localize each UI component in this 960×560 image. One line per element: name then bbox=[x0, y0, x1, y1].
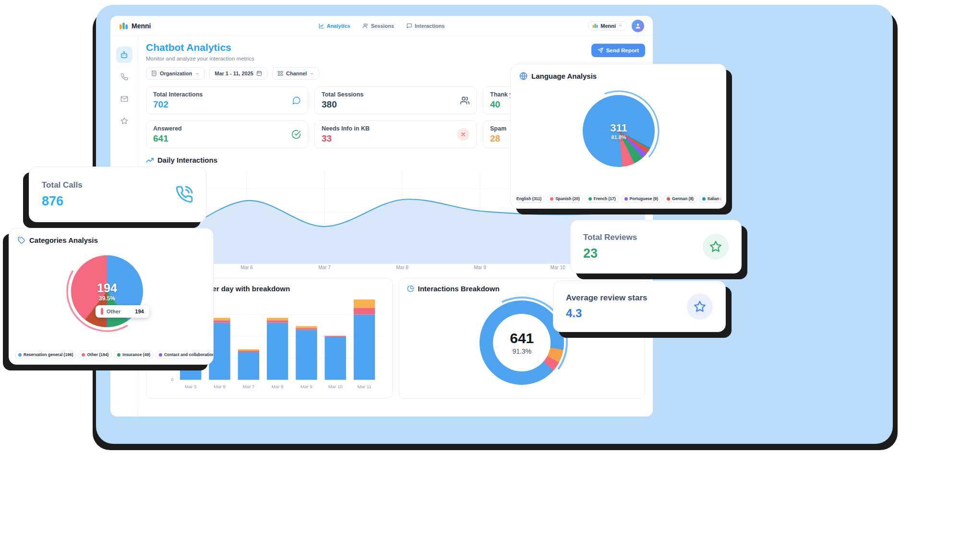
nav-tab-interactions-label: Interactions bbox=[415, 23, 444, 29]
legend-label: Spanish (20) bbox=[555, 196, 580, 201]
x-axis-label: Mar 5 bbox=[185, 384, 197, 389]
building-icon bbox=[151, 71, 157, 76]
legend-item[interactable]: French (17) bbox=[585, 195, 619, 203]
x-axis-label: Mar 10 bbox=[550, 265, 565, 270]
bar-segment-orange[interactable] bbox=[354, 299, 375, 308]
page-subtitle: Monitor and analyze your interaction met… bbox=[146, 56, 254, 61]
send-report-button[interactable]: Send Report bbox=[591, 44, 645, 57]
nav-tab-sessions[interactable]: Sessions bbox=[363, 23, 394, 29]
chevron-down-icon bbox=[618, 24, 623, 28]
language-legend: English (311)Spanish (20)French (17)Port… bbox=[516, 195, 721, 203]
nav-tab-analytics-label: Analytics bbox=[327, 23, 350, 29]
legend-item[interactable]: Portuguese (9) bbox=[621, 195, 662, 203]
legend-item[interactable]: Italian (3) bbox=[699, 195, 721, 203]
sidebar-item-chatbot[interactable] bbox=[116, 47, 132, 63]
bar-segment-orange[interactable] bbox=[267, 318, 288, 320]
legend-label: Portuguese (9) bbox=[630, 196, 659, 201]
users-icon bbox=[460, 96, 469, 105]
legend-item[interactable]: Spanish (20) bbox=[547, 195, 583, 203]
language-analysis-card: Language Analysis 311 81.8% English (311… bbox=[510, 64, 726, 209]
workspace-label: Menni bbox=[600, 23, 616, 29]
donut-chart[interactable]: 641 91.3% bbox=[480, 300, 564, 385]
send-icon bbox=[598, 48, 603, 53]
star-icon bbox=[120, 117, 128, 125]
sessions-icon bbox=[363, 23, 369, 29]
date-range-filter[interactable]: Mar 1 - 11, 2025 bbox=[209, 67, 267, 80]
breakdown-title: Interactions Breakdown bbox=[418, 285, 500, 293]
brand[interactable]: Menni bbox=[119, 22, 151, 30]
legend-dot-icon bbox=[82, 353, 85, 357]
legend-item[interactable]: English (311) bbox=[516, 195, 545, 203]
x-circle-icon bbox=[457, 128, 469, 141]
stat-label: Spam bbox=[490, 125, 506, 132]
brand-name: Menni bbox=[132, 22, 151, 30]
menni-logo-icon bbox=[119, 22, 128, 30]
daily-interactions-title: Daily Interactions bbox=[157, 156, 217, 164]
pie-center-value: 194 bbox=[97, 281, 117, 295]
channel-filter[interactable]: Channel bbox=[272, 67, 319, 80]
bar-segment-blue[interactable] bbox=[325, 337, 346, 380]
bar-segment-pink[interactable] bbox=[325, 336, 346, 337]
x-axis-label: Mar 11 bbox=[357, 384, 371, 389]
nav-tab-interactions[interactable]: Interactions bbox=[407, 23, 444, 29]
stat-value: 33 bbox=[322, 133, 370, 144]
pie-tooltip: Other 194 bbox=[96, 305, 149, 318]
sidebar-item-reviews[interactable] bbox=[116, 113, 132, 129]
phone-call-icon bbox=[175, 185, 193, 203]
legend-dot-icon bbox=[624, 197, 628, 201]
stat-value: 641 bbox=[153, 133, 182, 144]
sidebar-item-mail[interactable] bbox=[116, 91, 132, 107]
bar-segment-blue[interactable] bbox=[267, 323, 288, 380]
main-nav: Analytics Sessions Interactions bbox=[319, 23, 445, 29]
legend-label: Contact and collaboration (2) bbox=[164, 352, 213, 357]
legend-item[interactable]: Insurance (49) bbox=[114, 351, 154, 358]
bar-segment-blue[interactable] bbox=[296, 330, 317, 380]
donut-center-percent: 91.3% bbox=[512, 347, 531, 355]
legend-label: English (311) bbox=[516, 196, 541, 201]
legend-item[interactable]: Reservation general (196) bbox=[15, 351, 76, 358]
average-review-stars-value: 4.3 bbox=[566, 307, 647, 320]
send-report-label: Send Report bbox=[606, 48, 639, 53]
stat-card-total-interactions: Total Interactions 702 bbox=[146, 86, 308, 114]
bar-segment-blue[interactable] bbox=[180, 364, 201, 380]
legend-item[interactable]: Other (194) bbox=[78, 351, 112, 358]
x-axis-label: Mar 6 bbox=[240, 265, 253, 270]
legend-item[interactable]: German (8) bbox=[663, 195, 697, 203]
stat-label: Needs Info in KB bbox=[322, 125, 370, 132]
stat-label: Total Sessions bbox=[322, 91, 363, 98]
language-pie-chart[interactable]: 311 81.8% bbox=[583, 95, 655, 167]
categories-analysis-title-row: Categories Analysis bbox=[9, 228, 213, 244]
stat-card-total-sessions: Total Sessions 380 bbox=[314, 86, 477, 114]
nav-tab-sessions-label: Sessions bbox=[371, 23, 394, 29]
workspace-selector[interactable]: Menni bbox=[588, 21, 627, 31]
x-axis-label: Mar 6 bbox=[214, 384, 226, 389]
message-circle-icon bbox=[292, 96, 301, 105]
pie-center-percent: 39.5% bbox=[99, 295, 115, 302]
nav-tab-analytics[interactable]: Analytics bbox=[319, 23, 350, 29]
channel-filter-label: Channel bbox=[286, 71, 307, 76]
legend-label: French (17) bbox=[594, 196, 616, 201]
bar-segment-orange[interactable] bbox=[296, 326, 317, 328]
x-axis-label: Mar 9 bbox=[300, 384, 312, 389]
app-window: Menni Analytics Sessions bbox=[96, 5, 893, 444]
x-axis-label: Mar 7 bbox=[243, 384, 255, 389]
bar-segment-blue[interactable] bbox=[238, 352, 259, 380]
page-title: Chatbot Analytics bbox=[146, 42, 254, 53]
donut-center: 641 91.3% bbox=[493, 314, 551, 371]
bar-segment-pink[interactable] bbox=[296, 328, 317, 330]
language-analysis-title-row: Language Analysis bbox=[511, 64, 726, 80]
bar-segment-pink[interactable] bbox=[238, 351, 259, 352]
total-reviews-card: Total Reviews 23 bbox=[570, 220, 742, 274]
total-reviews-label: Total Reviews bbox=[583, 233, 637, 242]
bar-segment-pink[interactable] bbox=[354, 308, 375, 314]
organization-filter[interactable]: Organization bbox=[146, 67, 204, 80]
bar-segment-pink[interactable] bbox=[267, 321, 288, 323]
bar-segment-orange[interactable] bbox=[238, 349, 259, 351]
chevron-down-icon bbox=[310, 71, 314, 76]
bar-segment-blue[interactable] bbox=[354, 314, 375, 380]
sidebar-item-calls[interactable] bbox=[116, 69, 132, 85]
avatar[interactable] bbox=[632, 20, 644, 32]
date-range-label: Mar 1 - 11, 2025 bbox=[215, 71, 253, 76]
legend-dot-icon bbox=[117, 353, 120, 357]
legend-item[interactable]: Contact and collaboration (2) bbox=[156, 351, 213, 358]
